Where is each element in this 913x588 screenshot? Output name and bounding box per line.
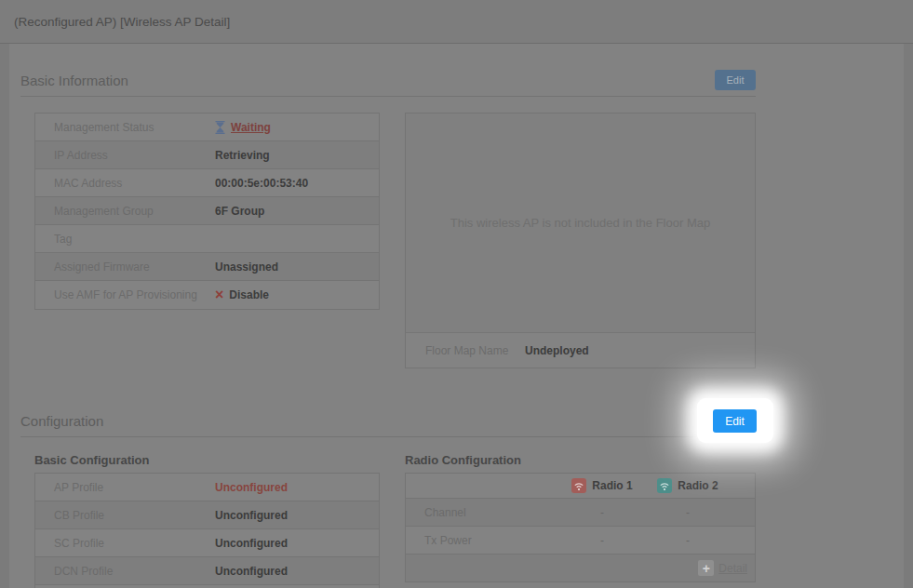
- radio-configuration-table: Radio 1 Radio 2 Channel - - Tx Power -: [405, 473, 756, 582]
- table-row: CB Profile Unconfigured: [35, 501, 379, 529]
- floor-map-footer: Floor Map Name Undeployed: [406, 332, 755, 368]
- basic-configuration-table: AP Profile Unconfigured CB Profile Uncon…: [34, 473, 380, 588]
- x-disable-icon: ×: [215, 287, 223, 302]
- section-divider: [20, 436, 756, 437]
- table-row: Management Status Waiting: [35, 114, 379, 141]
- row-label: Management Status: [35, 121, 215, 134]
- radio-2-txpower-value: -: [645, 534, 731, 547]
- management-status-link[interactable]: Waiting: [231, 121, 271, 134]
- row-label: IP Address: [35, 149, 215, 162]
- table-row: DCN Profile Unconfigured: [35, 557, 379, 585]
- radio-2-column-header: Radio 2: [678, 479, 718, 492]
- row-label: Management Group: [35, 205, 215, 218]
- row-label: CB Profile: [35, 509, 215, 522]
- row-value: Unconfigured: [215, 481, 288, 494]
- row-label: AP Profile: [35, 481, 215, 494]
- radio-table-header-row: Radio 1 Radio 2: [406, 474, 755, 499]
- table-row: Management Group 6F Group: [35, 197, 379, 225]
- row-value: Retrieving: [215, 149, 270, 162]
- row-label: Tag: [35, 233, 215, 246]
- row-value: Unconfigured: [215, 537, 288, 550]
- table-row: Use AMF for AP Provisioning × Disable: [35, 281, 379, 309]
- floor-map-name-value: Undeployed: [525, 344, 589, 357]
- row-value: Unassigned: [215, 261, 278, 274]
- row-value: 6F Group: [215, 205, 264, 218]
- radio-table-footer-row: Detail: [406, 555, 755, 581]
- basic-information-heading: Basic Information: [20, 73, 128, 88]
- wireless-ap-detail-panel: Basic Information Edit Management Status…: [9, 44, 904, 588]
- row-label: Channel: [406, 506, 559, 519]
- radio-2-channel-value: -: [645, 506, 731, 519]
- radio-detail-link[interactable]: Detail: [718, 562, 747, 575]
- row-value: Unconfigured: [215, 565, 288, 578]
- row-label: Assigned Firmware: [35, 261, 215, 274]
- section-divider: [20, 96, 756, 97]
- row-value: 00:00:5e:00:53:40: [215, 177, 308, 190]
- row-value: Disable: [229, 288, 269, 301]
- hourglass-icon: [215, 121, 225, 134]
- row-label: DCN Profile: [35, 565, 215, 578]
- floor-map-panel: This wireless AP is not included in the …: [405, 113, 756, 368]
- table-row: Tag: [35, 225, 379, 253]
- radio-1-column-header: Radio 1: [592, 479, 632, 492]
- row-value: Unconfigured: [215, 509, 288, 522]
- radio-1-channel-value: -: [559, 506, 645, 519]
- table-row: Assigned Firmware Unassigned: [35, 253, 379, 281]
- table-row: AP Profile Unconfigured: [35, 474, 379, 501]
- table-row: MAC Address 00:00:5e:00:53:40: [35, 169, 379, 197]
- row-label: MAC Address: [35, 177, 215, 190]
- floor-map-empty-message: This wireless AP is not included in the …: [406, 114, 755, 332]
- table-row: Tx Power - -: [406, 527, 755, 555]
- window-title-bar: (Reconfigured AP) [Wireless AP Detail]: [0, 0, 913, 44]
- row-label: SC Profile: [35, 537, 215, 550]
- floor-map-name-label: Floor Map Name: [406, 344, 525, 357]
- page-title: (Reconfigured AP) [Wireless AP Detail]: [14, 15, 230, 29]
- row-label: Use AMF for AP Provisioning: [35, 288, 215, 301]
- radio-configuration-heading: Radio Configuration: [405, 453, 521, 467]
- table-row: SC Profile Unconfigured: [35, 529, 379, 557]
- radio-1-txpower-value: -: [559, 534, 645, 547]
- configuration-edit-button[interactable]: Edit: [713, 409, 757, 433]
- basic-information-edit-button[interactable]: Edit: [715, 70, 756, 90]
- wifi-icon: [657, 478, 672, 493]
- row-label: Tx Power: [406, 534, 559, 547]
- configuration-heading: Configuration: [20, 413, 103, 429]
- table-row: Channel - -: [406, 499, 755, 527]
- table-row: IP Address Retrieving: [35, 141, 379, 169]
- wifi-icon: [571, 478, 586, 493]
- basic-information-table: Management Status Waiting IP Address Ret…: [34, 113, 380, 310]
- plus-icon[interactable]: [698, 560, 714, 576]
- basic-configuration-heading: Basic Configuration: [34, 453, 150, 467]
